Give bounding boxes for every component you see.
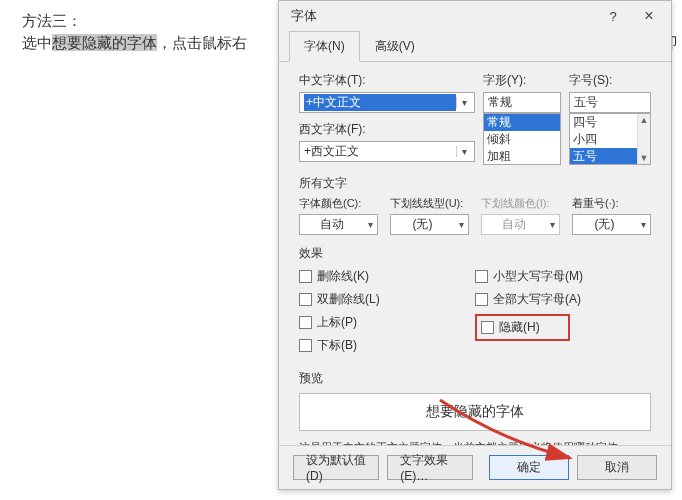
style-value: 常规 (488, 94, 558, 111)
checkbox-allcaps[interactable]: 全部大写字母(A) (475, 291, 651, 308)
font-color-combo[interactable]: 自动 ▾ (299, 214, 378, 235)
tab-advanced[interactable]: 高级(V) (360, 31, 430, 62)
bg-line2a: 选中 (22, 34, 52, 51)
help-button[interactable]: ? (595, 2, 631, 30)
bg-line2b: ，点击鼠标右 (157, 34, 247, 51)
style-listbox[interactable]: 常规 倾斜 加粗 (483, 113, 561, 165)
dialog-title: 字体 (291, 7, 595, 25)
checkbox-smallcaps[interactable]: 小型大写字母(M) (475, 268, 651, 285)
hidden-highlight-box: 隐藏(H) (475, 314, 570, 341)
chevron-down-icon: ▾ (545, 219, 559, 230)
cjk-font-combo[interactable]: +中文正文 ▾ (299, 92, 475, 113)
underline-style-label: 下划线线型(U): (390, 196, 469, 211)
underline-color-combo: 自动 ▾ (481, 214, 560, 235)
checkbox-icon (475, 270, 488, 283)
emphasis-value: (无) (573, 216, 636, 233)
cjk-font-value: +中文正文 (304, 94, 456, 111)
cjk-font-label: 中文字体(T): (299, 72, 475, 89)
size-listbox[interactable]: 四号 小四 五号 ▲ ▼ (569, 113, 651, 165)
size-scrollbar[interactable]: ▲ ▼ (637, 114, 650, 164)
underline-color-label: 下划线颜色(I): (481, 196, 560, 211)
chevron-down-icon: ▾ (456, 97, 472, 108)
effects-label: 效果 (299, 245, 651, 262)
dialog-tabs: 字体(N) 高级(V) (279, 31, 671, 62)
dialog-titlebar: 字体 ? × (279, 1, 671, 31)
style-option-regular[interactable]: 常规 (484, 114, 560, 131)
checkbox-icon (299, 293, 312, 306)
checkbox-strikethrough[interactable]: 删除线(K) (299, 268, 475, 285)
latin-font-combo[interactable]: +西文正文 ▾ (299, 141, 475, 162)
underline-color-value: 自动 (482, 216, 545, 233)
checkbox-hidden[interactable]: 隐藏(H) (481, 319, 540, 336)
dialog-content: 中文字体(T): +中文正文 ▾ 西文字体(F): +西文正文 ▾ 字形(Y):… (279, 62, 671, 462)
dialog-button-bar: 设为默认值(D) 文字效果(E)… 确定 取消 (279, 445, 671, 489)
checkbox-icon (299, 270, 312, 283)
font-color-label: 字体颜色(C): (299, 196, 378, 211)
chevron-down-icon: ▾ (636, 219, 650, 230)
chk-allcaps-label: 全部大写字母(A) (493, 291, 581, 308)
set-default-button[interactable]: 设为默认值(D) (293, 455, 379, 480)
scroll-down-icon: ▼ (640, 153, 649, 163)
style-option-italic[interactable]: 倾斜 (484, 131, 560, 148)
chk-sub-label: 下标(B) (317, 337, 357, 354)
bg-line1: 方法三： (22, 12, 82, 29)
tab-font[interactable]: 字体(N) (289, 31, 360, 62)
chk-strike-label: 删除线(K) (317, 268, 369, 285)
chevron-down-icon: ▾ (456, 146, 472, 157)
checkbox-icon (475, 293, 488, 306)
checkbox-icon (299, 316, 312, 329)
checkbox-icon (299, 339, 312, 352)
size-input[interactable]: 五号 (569, 92, 651, 113)
latin-font-value: +西文正文 (304, 143, 456, 160)
style-option-bold[interactable]: 加粗 (484, 148, 560, 165)
size-value: 五号 (574, 94, 648, 111)
close-button[interactable]: × (631, 2, 667, 30)
all-text-label: 所有文字 (299, 175, 651, 192)
checkbox-double-strikethrough[interactable]: 双删除线(L) (299, 291, 475, 308)
text-effects-button[interactable]: 文字效果(E)… (387, 455, 473, 480)
chk-sup-label: 上标(P) (317, 314, 357, 331)
cancel-button[interactable]: 取消 (577, 455, 657, 480)
style-input[interactable]: 常规 (483, 92, 561, 113)
chk-hidden-label: 隐藏(H) (499, 319, 540, 336)
font-color-value: 自动 (300, 216, 363, 233)
checkbox-icon (481, 321, 494, 334)
bg-selection: 想要隐藏的字体 (52, 34, 157, 51)
ok-button[interactable]: 确定 (489, 455, 569, 480)
latin-font-label: 西文字体(F): (299, 121, 475, 138)
preview-text: 想要隐藏的字体 (426, 403, 524, 421)
style-label: 字形(Y): (483, 72, 561, 89)
checkbox-subscript[interactable]: 下标(B) (299, 337, 475, 354)
preview-label: 预览 (299, 370, 651, 387)
chevron-down-icon: ▾ (363, 219, 377, 230)
scroll-up-icon: ▲ (640, 115, 649, 125)
underline-style-value: (无) (391, 216, 454, 233)
emphasis-label: 着重号(·): (572, 196, 651, 211)
chevron-down-icon: ▾ (454, 219, 468, 230)
chk-dblstrike-label: 双删除线(L) (317, 291, 380, 308)
checkbox-superscript[interactable]: 上标(P) (299, 314, 475, 331)
chk-smallcaps-label: 小型大写字母(M) (493, 268, 583, 285)
font-dialog: 字体 ? × 字体(N) 高级(V) 中文字体(T): +中文正文 ▾ 西文字体… (278, 0, 672, 490)
size-label: 字号(S): (569, 72, 651, 89)
emphasis-combo[interactable]: (无) ▾ (572, 214, 651, 235)
underline-style-combo[interactable]: (无) ▾ (390, 214, 469, 235)
preview-box: 想要隐藏的字体 (299, 393, 651, 431)
